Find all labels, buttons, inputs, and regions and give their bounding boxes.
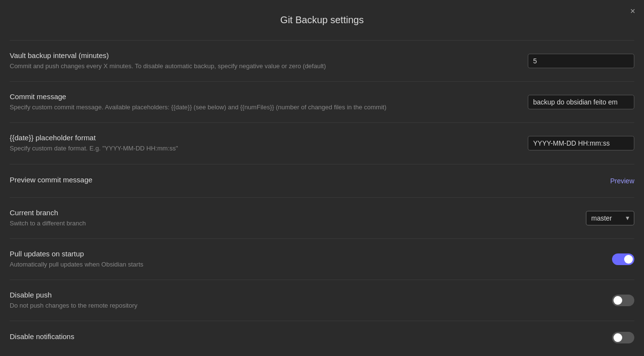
modal-title: Git Backup settings bbox=[10, 0, 634, 40]
setting-desc-vault-backup-interval: Commit and push changes every X minutes.… bbox=[10, 62, 508, 71]
setting-row-vault-backup-interval: Vault backup interval (minutes) Commit a… bbox=[10, 40, 634, 81]
disable-push-toggle[interactable] bbox=[612, 295, 634, 306]
pull-updates-toggle[interactable] bbox=[612, 253, 634, 265]
setting-right-current-branch: master main dev ▼ bbox=[586, 211, 634, 225]
commit-message-input[interactable] bbox=[528, 95, 634, 109]
setting-right-disable-notifications bbox=[612, 332, 634, 343]
setting-left-disable-push: Disable push Do not push changes to the … bbox=[10, 291, 612, 310]
disable-notifications-track bbox=[612, 332, 634, 343]
setting-right-pull-updates bbox=[612, 253, 634, 265]
pull-updates-thumb bbox=[624, 255, 633, 264]
setting-desc-current-branch: Switch to a different branch bbox=[10, 219, 567, 228]
setting-row-pull-updates: Pull updates on startup Automatically pu… bbox=[10, 238, 634, 280]
branch-select-wrapper: master main dev ▼ bbox=[586, 211, 634, 225]
setting-desc-disable-push: Do not push changes to the remote reposi… bbox=[10, 301, 593, 310]
setting-title-vault-backup-interval: Vault backup interval (minutes) bbox=[10, 51, 508, 59]
setting-row-disable-push: Disable push Do not push changes to the … bbox=[10, 280, 634, 321]
setting-right-date-placeholder bbox=[528, 136, 634, 150]
setting-row-disable-notifications: Disable notifications bbox=[10, 321, 634, 354]
settings-list: Vault backup interval (minutes) Commit a… bbox=[10, 40, 634, 354]
vault-backup-interval-input[interactable] bbox=[528, 54, 634, 68]
disable-notifications-thumb bbox=[613, 333, 622, 342]
setting-right-commit-message bbox=[528, 95, 634, 109]
setting-left-vault-backup-interval: Vault backup interval (minutes) Commit a… bbox=[10, 51, 528, 71]
close-button[interactable]: × bbox=[630, 7, 635, 15]
setting-left-preview-commit: Preview commit message bbox=[10, 176, 610, 186]
settings-modal: × Git Backup settings Vault backup inter… bbox=[0, 0, 644, 356]
disable-push-thumb bbox=[613, 296, 622, 305]
setting-title-commit-message: Commit message bbox=[10, 92, 508, 101]
setting-title-disable-push: Disable push bbox=[10, 291, 593, 299]
setting-title-pull-updates: Pull updates on startup bbox=[10, 250, 593, 258]
setting-desc-commit-message: Specify custom commit message. Available… bbox=[10, 103, 508, 112]
setting-row-commit-message: Commit message Specify custom commit mes… bbox=[10, 81, 634, 122]
disable-notifications-toggle[interactable] bbox=[612, 332, 634, 343]
setting-title-disable-notifications: Disable notifications bbox=[10, 332, 593, 341]
setting-title-date-placeholder: {{date}} placeholder format bbox=[10, 134, 508, 142]
setting-row-date-placeholder: {{date}} placeholder format Specify cust… bbox=[10, 122, 634, 163]
setting-desc-date-placeholder: Specify custom date format. E.g. "YYYY-M… bbox=[10, 144, 508, 153]
modal-overlay: × Git Backup settings Vault backup inter… bbox=[0, 0, 644, 356]
pull-updates-track bbox=[612, 253, 634, 265]
setting-left-commit-message: Commit message Specify custom commit mes… bbox=[10, 92, 528, 112]
preview-commit-button[interactable]: Preview bbox=[610, 175, 634, 187]
disable-push-track bbox=[612, 295, 634, 306]
setting-left-pull-updates: Pull updates on startup Automatically pu… bbox=[10, 250, 612, 269]
setting-title-preview-commit: Preview commit message bbox=[10, 176, 591, 184]
setting-left-disable-notifications: Disable notifications bbox=[10, 332, 612, 343]
date-placeholder-input[interactable] bbox=[528, 136, 634, 150]
setting-right-preview-commit: Preview bbox=[610, 175, 634, 187]
setting-row-preview-commit: Preview commit message Preview bbox=[10, 164, 634, 197]
setting-title-current-branch: Current branch bbox=[10, 208, 567, 217]
setting-right-disable-push bbox=[612, 295, 634, 306]
setting-left-current-branch: Current branch Switch to a different bra… bbox=[10, 208, 586, 228]
branch-select[interactable]: master main dev bbox=[586, 211, 634, 225]
setting-right-vault-backup-interval bbox=[528, 54, 634, 68]
setting-row-current-branch: Current branch Switch to a different bra… bbox=[10, 197, 634, 238]
setting-left-date-placeholder: {{date}} placeholder format Specify cust… bbox=[10, 134, 528, 153]
setting-desc-pull-updates: Automatically pull updates when Obsidian… bbox=[10, 260, 593, 269]
